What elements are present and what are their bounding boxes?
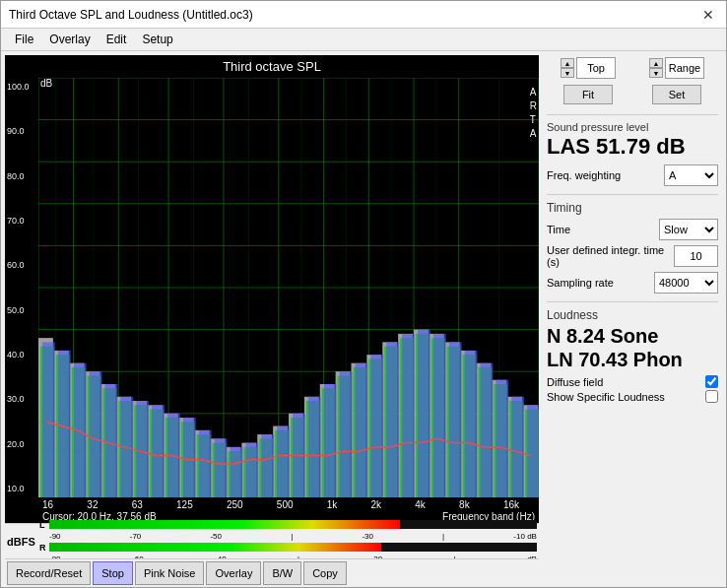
time-label: Time — [547, 224, 570, 235]
menu-overlay[interactable]: Overlay — [43, 31, 96, 48]
y-axis: 100.0 90.0 80.0 70.0 60.0 50.0 40.0 30.0… — [5, 78, 38, 497]
main-content: Third octave SPL 100.0 90.0 80.0 70.0 60… — [1, 51, 726, 587]
top-control-group: ▲ ▼ Top — [547, 57, 629, 79]
loudness-phon: LN 70.43 Phon — [547, 348, 718, 371]
arta-label: ARTA — [530, 86, 537, 141]
chart-title: Third octave SPL — [5, 55, 539, 78]
set-button[interactable]: Set — [652, 85, 701, 104]
record-reset-button[interactable]: Record/Reset — [7, 561, 91, 585]
menu-bar: File Overlay Edit Setup — [1, 29, 726, 51]
top-arrows: ▲ ▼ — [561, 58, 574, 78]
time-row: Time Slow Fast — [547, 219, 718, 240]
close-button[interactable]: ✕ — [698, 5, 718, 25]
overlay-button[interactable]: Overlay — [206, 561, 261, 585]
range-label: Range — [665, 57, 704, 79]
meter-tick-labels-top: -90 -70 -50 | -30 | -10 dB — [39, 532, 537, 541]
x-tick-125: 125 — [176, 499, 193, 510]
fit-button[interactable]: Fit — [563, 85, 613, 104]
x-tick-4k: 4k — [415, 499, 426, 510]
bw-button[interactable]: B/W — [263, 561, 301, 585]
menu-edit[interactable]: Edit — [100, 31, 133, 48]
x-tick-16: 16 — [42, 499, 53, 510]
y-tick-60: 60.0 — [7, 260, 36, 270]
range-spinner: ▲ ▼ Range — [649, 57, 704, 79]
pink-noise-button[interactable]: Pink Noise — [135, 561, 205, 585]
y-tick-80: 80.0 — [7, 171, 36, 181]
spl-value: LAS 51.79 dB — [547, 135, 718, 159]
y-tick-100: 100.0 — [7, 82, 36, 92]
diffuse-field-checkbox[interactable] — [705, 375, 718, 388]
range-down-button[interactable]: ▼ — [649, 68, 663, 78]
meter-l-fill — [49, 520, 400, 529]
timing-section: Timing Time Slow Fast User defined integ… — [547, 194, 718, 294]
top-spinner: ▲ ▼ Top — [561, 57, 616, 79]
range-control-group: ▲ ▼ Range — [635, 57, 718, 79]
sampling-rate-label: Sampling rate — [547, 277, 614, 289]
menu-setup[interactable]: Setup — [136, 31, 178, 48]
freq-weighting-label: Freq. weighting — [547, 169, 621, 181]
y-tick-50: 50.0 — [7, 305, 36, 315]
timing-section-label: Timing — [547, 201, 718, 215]
range-arrows: ▲ ▼ — [649, 58, 663, 78]
spl-section: Sound pressure level LAS 51.79 dB Freq. … — [547, 114, 718, 186]
main-window: Third Octave SPL and Loudness (Untitled.… — [0, 0, 727, 588]
top-up-button[interactable]: ▲ — [561, 58, 574, 68]
meter-r-fill — [49, 543, 381, 552]
meter-r-row: R — [39, 543, 537, 553]
meter-l-row: L — [39, 520, 537, 530]
x-tick-2k: 2k — [371, 499, 382, 510]
top-range-controls: ▲ ▼ Top ▲ ▼ Range — [547, 57, 718, 104]
diffuse-field-row: Diffuse field — [547, 375, 718, 388]
loudness-sone: N 8.24 Sone — [547, 324, 718, 348]
meter-l-bar-outer — [49, 520, 537, 529]
y-tick-30: 30.0 — [7, 394, 36, 404]
user-defined-label: User defined integr. time (s) — [547, 244, 674, 268]
y-tick-40: 40.0 — [7, 350, 36, 359]
sampling-rate-row: Sampling rate 48000 44100 — [547, 272, 718, 294]
r-label: R — [39, 543, 47, 553]
show-specific-checkbox[interactable] — [705, 390, 718, 403]
x-tick-16k: 16k — [503, 499, 519, 510]
y-tick-70: 70.0 — [7, 216, 36, 226]
x-tick-1k: 1k — [327, 499, 338, 510]
chart-canvas — [38, 78, 539, 497]
menu-file[interactable]: File — [9, 31, 39, 48]
top-value: Top — [576, 57, 616, 79]
range-up-button[interactable]: ▲ — [649, 58, 663, 68]
stop-button[interactable]: Stop — [93, 561, 133, 585]
fit-btn-wrapper: Fit — [547, 85, 629, 104]
sampling-rate-select[interactable]: 48000 44100 — [654, 272, 718, 294]
y-tick-20: 20.0 — [7, 439, 36, 449]
db-label: dB — [40, 78, 52, 89]
dbfs-label: dBFS — [7, 536, 36, 548]
y-tick-10: 10.0 — [7, 484, 36, 493]
set-btn-wrapper: Set — [635, 85, 718, 104]
freq-weight-row: Freq. weighting A B C — [547, 164, 718, 186]
copy-button[interactable]: Copy — [303, 561, 347, 585]
top-down-button[interactable]: ▼ — [561, 68, 574, 78]
bottom-buttons: Record/Reset Stop Pink Noise Overlay B/W… — [5, 558, 539, 587]
x-tick-250: 250 — [227, 499, 243, 510]
diffuse-field-label: Diffuse field — [547, 376, 603, 388]
time-select[interactable]: Slow Fast — [659, 219, 718, 240]
x-tick-63: 63 — [132, 499, 143, 510]
loudness-section: Loudness N 8.24 Sone LN 70.43 Phon Diffu… — [547, 301, 718, 403]
x-tick-500: 500 — [277, 499, 294, 510]
l-label: L — [39, 520, 47, 530]
x-tick-32: 32 — [87, 499, 98, 510]
user-defined-input[interactable] — [674, 245, 718, 267]
meter-r-bar-outer — [49, 543, 537, 552]
show-specific-row: Show Specific Loudness — [547, 390, 718, 403]
x-tick-8k: 8k — [459, 499, 470, 510]
spl-section-label: Sound pressure level — [547, 121, 718, 133]
y-tick-90: 90.0 — [7, 126, 36, 136]
window-title: Third Octave SPL and Loudness (Untitled.… — [9, 8, 253, 22]
right-panel: ▲ ▼ Top ▲ ▼ Range — [539, 51, 726, 587]
user-defined-row: User defined integr. time (s) — [547, 244, 718, 268]
title-bar: Third Octave SPL and Loudness (Untitled.… — [1, 1, 726, 29]
show-specific-label: Show Specific Loudness — [547, 391, 665, 403]
freq-weighting-select[interactable]: A B C — [664, 164, 718, 186]
loudness-section-label: Loudness — [547, 308, 718, 322]
dbfs-meter-area: dBFS L -90 -70 -50 | -3 — [5, 523, 539, 558]
